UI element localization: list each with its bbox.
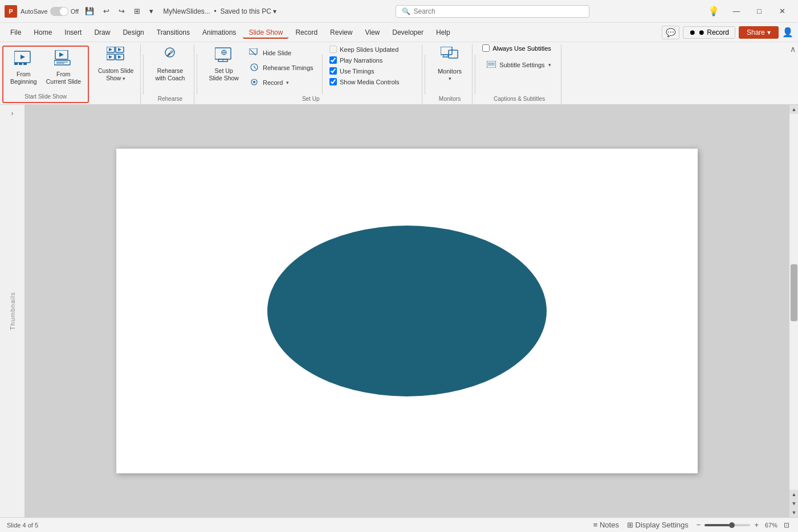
custom-slideshow-label: Custom SlideShow ▾ (98, 67, 133, 81)
scroll-track[interactable] (789, 114, 798, 490)
ribbon-record-small[interactable]: Record ▾ (245, 75, 319, 90)
always-use-subtitles-checkbox[interactable] (482, 44, 490, 52)
record-top-button[interactable]: ⏺ ⏺ Record (683, 26, 735, 39)
menu-developer[interactable]: Developer (386, 26, 429, 39)
lightbulb-button[interactable]: 💡 (705, 5, 723, 18)
from-beginning-label: FromBeginning (10, 71, 37, 85)
redo-button[interactable]: ↪ (116, 6, 128, 17)
profile-button[interactable]: 👤 (782, 27, 793, 38)
use-timings-label: Use Timings (340, 68, 374, 75)
autosave-label: AutoSave (21, 8, 48, 15)
notes-label: Notes (600, 521, 619, 529)
comments-button[interactable]: 💬 (662, 26, 679, 39)
thumbnails-panel: › Thumbnails (0, 105, 25, 517)
always-use-subtitles-label: Always Use Subtitles (492, 45, 551, 52)
menu-help[interactable]: Help (430, 26, 456, 39)
menu-transitions[interactable]: Transitions (151, 26, 196, 39)
quick-access-button[interactable]: ⊞ (131, 6, 143, 17)
scroll-up-arrow[interactable]: ▲ (789, 105, 798, 114)
slide-canvas[interactable] (116, 149, 698, 473)
ribbon-rehearse-with-coach[interactable]: 🎤 Rehearsewith Coach (150, 44, 189, 90)
ribbon-group-start-slideshow: FromBeginning FromCurrent Slide Start Sl… (2, 46, 89, 103)
ribbon-hide-slide[interactable]: Hide Slide (245, 46, 319, 60)
menu-record[interactable]: Record (290, 26, 323, 39)
zoom-in-button[interactable]: + (752, 520, 760, 530)
maximize-button[interactable]: □ (748, 2, 771, 21)
ribbon-from-beginning[interactable]: FromBeginning (6, 48, 42, 93)
search-input[interactable] (414, 7, 583, 15)
zoom-bar[interactable] (705, 524, 750, 526)
saved-status: Saved to this PC (220, 7, 271, 15)
window-controls: — □ ✕ (725, 2, 793, 21)
scroll-page-up-arrow[interactable]: ▲ (789, 490, 798, 499)
separator-3 (322, 55, 323, 95)
start-slideshow-group-label: Start Slide Show (3, 93, 88, 100)
ribbon-set-up-slide-show[interactable]: Set UpSlide Show (204, 44, 243, 90)
app-icon: P (5, 5, 17, 18)
notes-button[interactable]: ≡ Notes (592, 520, 621, 530)
show-media-controls-row[interactable]: Show Media Controls (326, 77, 417, 87)
zoom-level: 67% (765, 522, 777, 529)
keep-slides-updated-checkbox[interactable] (329, 46, 337, 53)
record-small-label: Record (263, 79, 283, 86)
ribbon-rehearse-timings[interactable]: Rehearse Timings (245, 60, 319, 75)
share-label: Share (747, 28, 765, 36)
saved-dropdown[interactable]: ▾ (273, 7, 276, 15)
set-up-slideshow-icon (215, 47, 233, 65)
menu-file[interactable]: File (5, 26, 27, 39)
scroll-down-arrow[interactable]: ▼ (789, 508, 798, 517)
zoom-out-button[interactable]: − (695, 520, 703, 530)
panel-toggle[interactable]: › (11, 109, 14, 117)
subtitles-column: Always Use Subtitles Subtitle Settings ▾ (482, 44, 556, 72)
fit-page-button[interactable]: ⊡ (782, 521, 791, 530)
ribbon-subtitle-settings[interactable]: Subtitle Settings ▾ (482, 58, 556, 72)
use-timings-checkbox[interactable] (329, 67, 337, 75)
record-label: ⏺ Record (698, 28, 729, 36)
display-settings-icon: ⊞ (627, 521, 633, 529)
always-use-subtitles-row[interactable]: Always Use Subtitles (482, 44, 556, 52)
record-icon: ⏺ (689, 28, 696, 36)
menu-home[interactable]: Home (28, 26, 58, 39)
menu-right: 💬 ⏺ ⏺ Record Share ▾ 👤 (662, 26, 793, 39)
menu-slideshow[interactable]: Slide Show (243, 26, 288, 39)
toggle-knob (60, 7, 68, 15)
separator-5 (475, 55, 475, 95)
play-narrations-label: Play Narrations (340, 57, 382, 64)
display-settings-button[interactable]: ⊞ Display Settings (625, 520, 690, 530)
save-button[interactable]: 💾 (82, 6, 97, 17)
menu-design[interactable]: Design (117, 26, 149, 39)
svg-rect-20 (215, 48, 231, 59)
menu-review[interactable]: Review (324, 26, 358, 39)
monitors-group-label: Monitors (427, 96, 472, 102)
play-narrations-row[interactable]: Play Narrations (326, 55, 417, 65)
keep-slides-updated-row[interactable]: Keep Slides Updated (326, 44, 417, 54)
ribbon-from-current-slide[interactable]: FromCurrent Slide (42, 48, 85, 93)
ribbon-monitors[interactable]: Monitors ▾ (432, 44, 467, 90)
autosave-toggle[interactable] (50, 7, 68, 16)
use-timings-row[interactable]: Use Timings (326, 66, 417, 76)
menu-insert[interactable]: Insert (59, 26, 87, 39)
menu-view[interactable]: View (359, 26, 385, 39)
menu-animations[interactable]: Animations (197, 26, 242, 39)
show-media-controls-checkbox[interactable] (329, 78, 337, 85)
set-up-slideshow-label: Set UpSlide Show (209, 67, 239, 81)
scroll-thumb[interactable] (791, 264, 797, 321)
scroll-page-down-arrow[interactable]: ▼ (789, 499, 798, 508)
hide-slide-icon (249, 48, 259, 58)
share-button[interactable]: Share ▾ (739, 26, 779, 39)
svg-rect-3 (19, 63, 22, 65)
ribbon-custom-slideshow[interactable]: Custom SlideShow ▾ (93, 44, 138, 90)
minimize-button[interactable]: — (725, 2, 748, 21)
from-current-slide-label: FromCurrent Slide (46, 71, 81, 85)
ribbon-collapse-button[interactable]: ∧ (790, 44, 796, 54)
customize-button[interactable]: ▾ (146, 6, 156, 17)
zoom-handle[interactable] (729, 522, 735, 528)
play-narrations-checkbox[interactable] (329, 56, 337, 64)
close-button[interactable]: ✕ (771, 2, 793, 21)
undo-button[interactable]: ↩ (100, 6, 112, 17)
svg-marker-17 (118, 55, 121, 59)
ribbon-group-rehearse: 🎤 Rehearsewith Coach Rehearse (146, 44, 194, 104)
menu-draw[interactable]: Draw (88, 26, 116, 39)
thumbnails-label: Thumbnails (9, 292, 16, 330)
rehearse-group-label: Rehearse (146, 96, 194, 102)
